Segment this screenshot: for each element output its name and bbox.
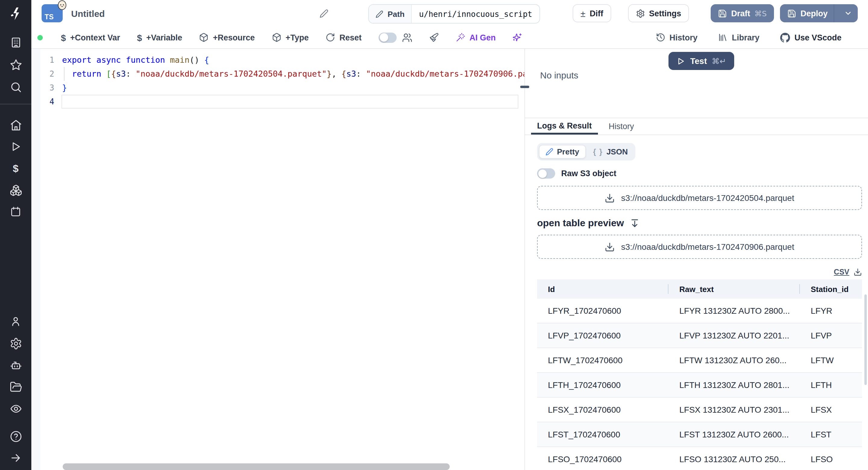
play-icon[interactable] xyxy=(8,139,23,154)
building-icon[interactable] xyxy=(8,35,23,50)
code-line[interactable]: 1export async function main() { xyxy=(31,53,524,67)
table-cell: LFYR 131230Z AUTO 2800... xyxy=(669,299,800,323)
boxes-icon[interactable] xyxy=(8,183,23,197)
chevron-down-icon xyxy=(844,9,852,18)
table-row[interactable]: LFVP_1702470600LFVP 131230Z AUTO 2201...… xyxy=(537,323,862,348)
app-window: $ TS xyxy=(0,0,868,470)
tab-history[interactable]: History xyxy=(603,118,640,135)
raw-s3-toggle[interactable] xyxy=(537,168,555,179)
s3-file-download-button[interactable]: s3://noaa/duckdb/metars-1702470906.parqu… xyxy=(537,235,862,259)
table-cell: LFST xyxy=(800,422,862,447)
result-tabs: Logs & Result History xyxy=(525,118,868,135)
code-editor[interactable]: 1export async function main() {2 return … xyxy=(31,48,525,470)
eye-icon[interactable] xyxy=(8,401,23,416)
table-vertical-scrollbar[interactable] xyxy=(864,294,867,385)
add-variable-button[interactable]: $ +Variable xyxy=(137,33,182,42)
add-resource-button[interactable]: +Resource xyxy=(199,33,255,42)
pencil-icon xyxy=(375,10,383,18)
result-table: IdRaw_textStation_id LFYR_1702470600LFYR… xyxy=(537,280,862,470)
table-row[interactable]: LFTW_1702470600LFTW 131230Z AUTO 260...L… xyxy=(537,348,862,373)
use-vscode-button[interactable]: Use VScode xyxy=(780,32,841,42)
code-line[interactable]: 2 return [{s3: "noaa/duckdb/metars-17024… xyxy=(31,67,524,81)
table-row[interactable]: LFSO_1702470600LFSO 131230Z AUTO 250...L… xyxy=(537,447,862,470)
code-line[interactable]: 4 xyxy=(31,95,524,109)
table-cell: LFSO 131230Z AUTO 250... xyxy=(669,447,800,470)
segment-json[interactable]: { } JSON xyxy=(587,145,634,158)
table-cell: LFVP_1702470600 xyxy=(537,323,669,348)
result-table-body: LFYR_1702470600LFYR 131230Z AUTO 2800...… xyxy=(537,299,862,470)
users-icon xyxy=(402,32,412,42)
table-cell: LFTH 131230Z AUTO 2801... xyxy=(669,373,800,397)
edit-summary-pencil-icon[interactable] xyxy=(319,9,329,18)
help-icon[interactable] xyxy=(8,429,23,443)
draft-button[interactable]: Draft ⌘S xyxy=(711,4,774,22)
right-panel: No inputs Test ⌘↵ Logs & Result History xyxy=(525,48,868,470)
add-type-button[interactable]: +Type xyxy=(272,33,309,42)
segment-pretty[interactable]: Pretty xyxy=(539,145,586,159)
expand-sidebar-icon[interactable] xyxy=(8,451,23,465)
star-icon[interactable] xyxy=(8,57,23,72)
raw-s3-label: Raw S3 object xyxy=(561,169,616,178)
csv-download-link[interactable]: CSV xyxy=(834,268,849,276)
table-row[interactable]: LFST_1702470600LFST 131230Z AUTO 2600...… xyxy=(537,422,862,447)
history-button[interactable]: History xyxy=(655,33,698,42)
test-shortcut: ⌘↵ xyxy=(712,56,726,65)
table-cell: LFYR xyxy=(800,299,862,323)
line-number: 4 xyxy=(40,95,54,109)
line-number: 3 xyxy=(40,81,54,95)
page-title: Untitled xyxy=(71,8,105,19)
braces-icon: { } xyxy=(593,148,603,156)
face-emoji-icon xyxy=(57,0,67,10)
editor-toolbar: $ +Context Var $ +Variable +Resource +Ty… xyxy=(31,27,868,49)
deploy-button[interactable]: Deploy xyxy=(780,4,858,22)
editor-horizontal-scrollbar[interactable] xyxy=(63,463,450,470)
robot-icon[interactable] xyxy=(8,358,23,372)
paintbrush-icon xyxy=(429,33,439,42)
settings-button[interactable]: Settings xyxy=(628,4,689,22)
home-icon[interactable] xyxy=(8,118,23,132)
code-lines: 1export async function main() {2 return … xyxy=(31,48,524,109)
calendar-icon[interactable] xyxy=(8,205,23,219)
path-value[interactable]: u/henri/innocuous_script xyxy=(412,5,539,23)
format-brush-button[interactable] xyxy=(429,33,439,42)
tab-logs-result[interactable]: Logs & Result xyxy=(531,118,598,135)
table-row[interactable]: LFTH_1702470600LFTH 131230Z AUTO 2801...… xyxy=(537,373,862,397)
table-cell: LFYR_1702470600 xyxy=(537,299,669,323)
arrow-down-to-line-icon xyxy=(630,218,640,228)
path-field[interactable]: Path u/henri/innocuous_script xyxy=(368,4,540,24)
ai-sparkles-button[interactable] xyxy=(513,33,522,42)
add-context-var-button[interactable]: $ +Context Var xyxy=(61,33,120,42)
dollar-icon[interactable]: $ xyxy=(8,161,23,176)
table-cell: LFTW_1702470600 xyxy=(537,348,669,373)
header: TS Untitled Path u/henri/innocuous_scrip… xyxy=(31,0,868,27)
download-icon[interactable] xyxy=(854,268,862,276)
ai-gen-button[interactable]: AI Gen xyxy=(456,33,496,42)
table-cell: LFTH xyxy=(800,373,862,397)
windmill-logo[interactable] xyxy=(0,0,31,28)
reset-button[interactable]: Reset xyxy=(326,33,362,42)
diff-button[interactable]: ± Diff xyxy=(572,4,611,22)
code-line[interactable]: 3} xyxy=(31,81,524,95)
gear-icon[interactable] xyxy=(8,336,23,351)
library-button[interactable]: Library xyxy=(718,33,760,42)
table-row[interactable]: LFSX_1702470600LFSX 131230Z AUTO 2301...… xyxy=(537,397,862,422)
folder-open-icon[interactable] xyxy=(8,380,23,394)
dollar-icon: $ xyxy=(137,33,142,42)
refresh-icon xyxy=(326,33,335,42)
multiplayer-control xyxy=(378,32,412,42)
pen-icon xyxy=(546,148,553,156)
panel-resize-handle[interactable] xyxy=(520,86,529,88)
deploy-dropdown[interactable] xyxy=(838,4,858,22)
open-table-preview[interactable]: open table preview xyxy=(537,218,862,229)
search-icon[interactable] xyxy=(8,80,23,94)
multiplayer-toggle[interactable] xyxy=(378,32,397,42)
test-button[interactable]: Test ⌘↵ xyxy=(669,52,734,70)
draft-shortcut: ⌘S xyxy=(754,9,767,18)
user-icon[interactable] xyxy=(8,314,23,329)
s3-file-download-button[interactable]: s3://noaa/duckdb/metars-1702420504.parqu… xyxy=(537,186,862,210)
column-header: Id xyxy=(537,280,669,299)
save-icon xyxy=(718,9,727,18)
table-cell: LFSX 131230Z AUTO 2301... xyxy=(669,397,800,422)
plus-minus-icon: ± xyxy=(581,8,585,19)
table-row[interactable]: LFYR_1702470600LFYR 131230Z AUTO 2800...… xyxy=(537,299,862,323)
